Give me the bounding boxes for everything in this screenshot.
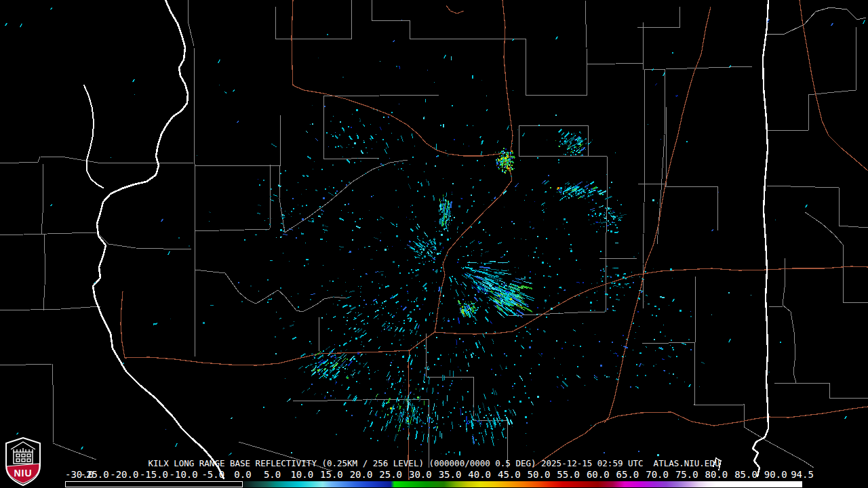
radar-screen: KILX LONG RANGE BASE REFLECTIVITY (0.25K… [0, 0, 868, 488]
scale-tick-label: -20.0 [110, 470, 138, 480]
colorbar-negative-segment [65, 481, 243, 487]
scale-tick-label: 85.0 [734, 470, 757, 480]
scale-tick-label: 75.0 [675, 470, 698, 480]
scale-tick-label: -5.0 [201, 470, 224, 480]
colorbar-labels: -30.0-25.0-20.0-15.0-10.0-5.00.05.010.01… [0, 470, 868, 480]
scale-tick-label: 50.0 [528, 470, 551, 480]
scale-tick-label: 5.0 [264, 470, 281, 480]
scale-tick-label: 30.0 [409, 470, 432, 480]
radar-map [0, 0, 868, 488]
niu-logo: NIU [4, 437, 42, 486]
scale-tick-label: 70.0 [646, 470, 669, 480]
product-caption: KILX LONG RANGE BASE REFLECTIVITY (0.25K… [0, 459, 868, 468]
niu-logo-text: NIU [14, 468, 32, 479]
scale-tick-label: -10.0 [170, 470, 198, 480]
scale-tick-label: -15.0 [140, 470, 168, 480]
scale-tick-label: 20.0 [350, 470, 373, 480]
scale-tick-label: 94.5 [791, 470, 814, 480]
scale-tick-label: 40.0 [468, 470, 491, 480]
scale-tick-label: 45.0 [498, 470, 521, 480]
scale-tick-label: 90.0 [764, 470, 787, 480]
scale-tick-label: 25.0 [379, 470, 402, 480]
colorbar-gradient-segment [243, 481, 802, 487]
scale-tick-label: 15.0 [320, 470, 343, 480]
scale-tick-label: 55.0 [557, 470, 580, 480]
scale-tick-label: 65.0 [616, 470, 639, 480]
scale-tick-label: 10.0 [290, 470, 313, 480]
scale-tick-label: 35.0 [439, 470, 462, 480]
scale-tick-label: -25.0 [81, 470, 109, 480]
scale-tick-label: 60.0 [587, 470, 610, 480]
scale-tick-label: 80.0 [705, 470, 728, 480]
scale-tick-label: 0.0 [234, 470, 251, 480]
colorbar [65, 481, 802, 487]
